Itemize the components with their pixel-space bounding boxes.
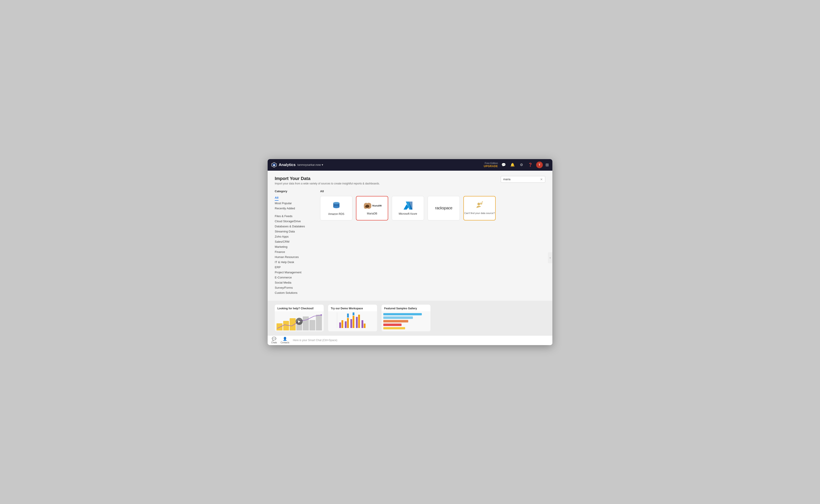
page-title: Import Your Data [275, 176, 380, 181]
datasource-card-mariadb[interactable]: MariaDB MariaDB [356, 196, 388, 220]
sidebar-item-most-popular[interactable]: Most Popular [275, 201, 315, 206]
upgrade-button[interactable]: UPGRADE [484, 165, 498, 168]
grid-label: All [320, 190, 545, 193]
help-card-demo-title: Try our Demo Workspace [328, 305, 377, 311]
svg-rect-26 [356, 317, 358, 328]
messages-icon[interactable]: 💬 [500, 162, 507, 168]
azure-logo [403, 201, 413, 210]
grid-area: All Amazon RDS [320, 190, 545, 295]
right-panel-toggle[interactable]: ‹ [548, 252, 552, 263]
svg-rect-19 [342, 320, 343, 328]
svg-rect-24 [353, 316, 354, 328]
amazon-rds-label: Amazon RDS [328, 212, 344, 216]
datasource-grid: Amazon RDS MariaDB [320, 196, 545, 220]
sidebar-item-cloud-storage[interactable]: Cloud Storage/Drive [275, 219, 315, 224]
contacts-tab[interactable]: 👤 Contacts [281, 337, 289, 344]
chats-tab[interactable]: 💬 Chats [271, 337, 277, 344]
svg-rect-18 [339, 322, 341, 328]
sidebar-item-files-feeds[interactable]: Files & Feeds [275, 214, 315, 219]
svg-rect-22 [347, 314, 349, 318]
apps-grid-icon[interactable]: ⊞ [545, 162, 549, 167]
sidebar-item-recently-added[interactable]: Recently Added [275, 206, 315, 211]
mariadb-logo: MariaDB [362, 201, 382, 210]
mariadb-label: MariaDB [367, 212, 377, 215]
svg-rect-25 [353, 312, 354, 315]
help-card-demo[interactable]: Try our Demo Workspace [328, 305, 377, 331]
sidebar: Category All Most Popular Recently Added… [275, 190, 315, 295]
sidebar-item-ecommerce[interactable]: E-Commerce [275, 275, 315, 280]
sidebar-heading: Category [275, 190, 315, 193]
svg-rect-27 [358, 315, 360, 328]
help-icon[interactable]: ❓ [527, 162, 533, 168]
chats-icon: 💬 [272, 337, 276, 341]
help-card-samples[interactable]: Featured Samples Gallery [382, 305, 430, 331]
azure-label: Microsoft Azure [399, 212, 417, 215]
help-card-help-body: ▶ [275, 311, 324, 331]
demo-chart [328, 311, 377, 331]
help-card-help[interactable]: Looking for help? Checkout! [275, 305, 324, 331]
svg-rect-29 [364, 324, 366, 328]
topnav-right: Free Edition UPGRADE 💬 🔔 ⚙ ❓ T ⊞ [484, 162, 549, 168]
app-title: Analytics [279, 163, 296, 167]
svg-rect-23 [350, 319, 352, 328]
page-header: Import Your Data Import your data from a… [275, 176, 545, 185]
svg-rect-20 [345, 321, 347, 328]
sidebar-item-marketing[interactable]: Marketing [275, 244, 315, 249]
sidebar-item-project-mgmt[interactable]: Project Management [275, 270, 315, 275]
sidebar-item-databases[interactable]: Databases & Datalakes [275, 224, 315, 229]
notifications-icon[interactable]: 🔔 [509, 162, 516, 168]
sidebar-item-social-media[interactable]: Social Media [275, 280, 315, 285]
sidebar-item-custom-solutions[interactable]: Custom Solutions [275, 290, 315, 295]
datasource-card-microsoft-azure[interactable]: Microsoft Azure [392, 196, 424, 220]
settings-icon[interactable]: ⚙ [518, 162, 524, 168]
datasource-card-cant-find[interactable]: ? Can't find your data source? [463, 196, 496, 220]
search-box[interactable]: ✕ [501, 176, 545, 183]
help-card-samples-title: Featured Samples Gallery [382, 305, 430, 311]
smart-chat-bar: 💬 Chats 👤 Contacts Here is your Smart Ch… [268, 335, 552, 345]
sidebar-item-zoho-apps[interactable]: Zoho Apps [275, 234, 315, 239]
body-layout: Category All Most Popular Recently Added… [275, 190, 545, 295]
sidebar-item-human-resources[interactable]: Human Resources [275, 254, 315, 260]
edition-badge: Free Edition UPGRADE [484, 162, 498, 168]
page-area: Import Your Data Import your data from a… [268, 171, 552, 301]
help-card-samples-body [382, 311, 430, 331]
contacts-icon: 👤 [283, 337, 287, 341]
topnav: Analytics tanmoysarkar.now ▾ Free Editio… [268, 159, 552, 171]
cant-find-label: Can't find your data source? [464, 212, 495, 215]
svg-point-16 [321, 314, 322, 316]
rackspace-logo-text: rackspace [435, 206, 452, 210]
chevron-down-icon: ▾ [322, 163, 323, 166]
sidebar-item-survey-forms[interactable]: Survey/Forms [275, 285, 315, 290]
page-header-text: Import Your Data Import your data from a… [275, 176, 380, 185]
svg-rect-28 [362, 320, 363, 328]
workspace-selector[interactable]: tanmoysarkar.now ▾ [298, 163, 324, 166]
play-button-icon[interactable]: ▶ [296, 318, 303, 325]
amazon-rds-logo [332, 201, 341, 211]
help-card-help-title: Looking for help? Checkout! [275, 305, 324, 311]
help-section: Looking for help? Checkout! [268, 301, 552, 335]
datasource-card-amazon-rds[interactable]: Amazon RDS [320, 196, 352, 220]
sidebar-item-streaming[interactable]: Streaming Data [275, 229, 315, 234]
svg-point-13 [477, 203, 480, 205]
search-clear-icon[interactable]: ✕ [540, 178, 543, 181]
svg-text:MariaDB: MariaDB [372, 204, 382, 207]
datasource-card-rackspace[interactable]: rackspace [428, 196, 460, 220]
avatar[interactable]: T [536, 162, 543, 168]
sidebar-item-erp[interactable]: ERP [275, 265, 315, 270]
svg-rect-21 [347, 318, 349, 328]
smart-chat-input[interactable]: Here is your Smart Chat (Ctrl+Space) [293, 339, 549, 342]
sidebar-item-all[interactable]: All [275, 195, 279, 201]
svg-point-8 [333, 205, 340, 207]
help-card-demo-body [328, 311, 377, 331]
cant-find-icon: ? [475, 201, 484, 210]
main-content: Import Your Data Import your data from a… [268, 171, 552, 345]
app-logo[interactable]: Analytics [271, 162, 296, 168]
page-subtitle: Import your data from a wide variety of … [275, 182, 380, 185]
sidebar-item-sales-crm[interactable]: Sales/CRM [275, 239, 315, 244]
search-input[interactable] [503, 178, 539, 181]
svg-text:?: ? [482, 201, 483, 204]
sidebar-item-it-help[interactable]: IT & Help Desk [275, 260, 315, 265]
sidebar-item-finance[interactable]: Finance [275, 249, 315, 254]
